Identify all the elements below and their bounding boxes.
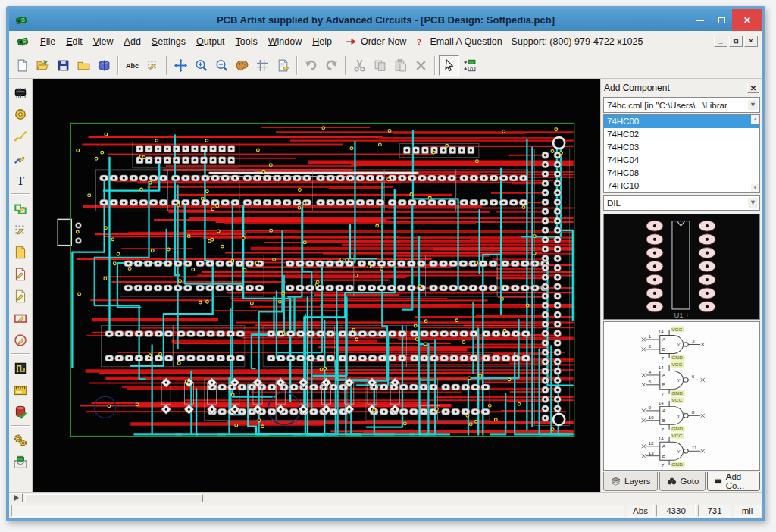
cut-button[interactable] (349, 55, 370, 76)
pan-view-button[interactable] (171, 55, 191, 76)
library-select[interactable]: 74hc.cml [in "C:\Users\...\Librar ▼ (603, 97, 760, 113)
board-wizard-button[interactable] (11, 380, 30, 400)
colors-palette-button[interactable] (232, 55, 252, 76)
tab-goto[interactable]: Goto (659, 472, 706, 491)
menu-file[interactable]: File (35, 33, 61, 50)
list-scrollbar[interactable]: ▲▼ (751, 115, 759, 192)
svg-text:9: 9 (648, 405, 651, 410)
mdi-close-button[interactable]: × (744, 36, 758, 47)
close-button[interactable]: ✕ (732, 9, 762, 31)
rect-draw-button[interactable] (11, 308, 30, 328)
new-file-button[interactable] (12, 55, 33, 76)
horizontal-scrollbar[interactable] (9, 492, 762, 503)
add-pad-button[interactable] (11, 105, 30, 124)
settings-gears-button[interactable] (11, 430, 30, 450)
component-item-74hc04[interactable]: 74HC04 (604, 154, 759, 167)
add-track-button[interactable] (11, 149, 30, 168)
chevron-down-icon[interactable]: ▼ (748, 100, 758, 110)
menu-edit[interactable]: Edit (61, 33, 88, 50)
mdi-minimize-button[interactable]: _ (714, 36, 728, 47)
select-cursor-button[interactable] (439, 55, 459, 76)
mdi-restore-button[interactable]: ⧉ (729, 36, 743, 47)
doc-new-button[interactable] (11, 243, 30, 262)
library-book-button[interactable] (94, 55, 114, 76)
net-highlight-button[interactable] (11, 358, 30, 378)
zoom-in-button[interactable] (191, 55, 211, 76)
main-toolbar: Abc (9, 52, 762, 79)
delete-button[interactable] (411, 55, 431, 76)
page-properties-button[interactable] (273, 55, 293, 76)
svg-text:B: B (662, 382, 665, 387)
redo-button[interactable] (321, 55, 342, 76)
tab-addco[interactable]: Add Co... (707, 472, 760, 491)
svg-text:2: 2 (648, 343, 651, 349)
component-item-74hc10[interactable]: 74HC10 (604, 180, 759, 192)
menu-settings[interactable]: Settings (146, 33, 191, 50)
pcb-logo-icon (15, 36, 30, 48)
menu-add[interactable]: Add (119, 33, 146, 50)
menu-help[interactable]: Help (307, 33, 337, 50)
component-item-74hc08[interactable]: 74HC08 (604, 167, 759, 180)
save-file-button[interactable] (53, 55, 74, 76)
svg-text:7: 7 (662, 463, 664, 468)
grid-toggle-button[interactable] (252, 55, 273, 76)
menu-window[interactable]: Window (263, 33, 307, 50)
mdi-window-controls: _ ⧉ × (714, 36, 759, 47)
doc-edit-red-button[interactable] (11, 264, 30, 284)
add-text-t-button[interactable]: T (11, 171, 30, 190)
component-push-button[interactable] (459, 55, 480, 76)
pcb-design-canvas[interactable] (33, 79, 600, 492)
minimize-button[interactable] (690, 9, 711, 31)
scroll-up-icon: ▲ (751, 115, 759, 124)
undo-button[interactable] (301, 55, 321, 76)
order-arrow-icon (345, 36, 357, 48)
window-title: PCB Artist supplied by Advanced Circuits… (100, 14, 671, 26)
component-item-74hc00[interactable]: 74HC00 (604, 115, 759, 128)
title-bar[interactable]: PCB Artist supplied by Advanced Circuits… (9, 9, 762, 31)
status-message-cell (11, 505, 624, 517)
scroll-down-icon: ▼ (751, 184, 759, 192)
svg-text:4: 4 (648, 369, 651, 374)
svg-text:7: 7 (662, 392, 664, 396)
tab-layers[interactable]: Layers (603, 472, 658, 491)
menu-view[interactable]: View (88, 33, 119, 50)
status-y-coordinate: 731 (698, 505, 731, 517)
package-select[interactable]: DIL ▼ (603, 195, 760, 211)
scroll-corner-button[interactable] (11, 493, 23, 502)
svg-text:B: B (662, 418, 665, 423)
svg-text:14: 14 (659, 401, 665, 405)
maximize-button[interactable] (711, 9, 732, 31)
menu-output[interactable]: Output (191, 33, 230, 50)
add-component-button[interactable] (11, 83, 30, 102)
zoom-out-button[interactable] (211, 55, 232, 76)
layers-icon (610, 476, 621, 487)
svg-text:T: T (17, 174, 24, 188)
add-text-button[interactable]: Abc (122, 55, 142, 76)
copy-button[interactable] (370, 55, 390, 76)
chevron-down-icon[interactable]: ▼ (748, 198, 758, 208)
component-item-74hc02[interactable]: 74HC02 (604, 128, 759, 141)
doc-edit-button[interactable] (11, 286, 30, 306)
component-item-74hc03[interactable]: 74HC03 (604, 141, 759, 154)
svg-text:VCC: VCC (671, 327, 683, 332)
paste-button[interactable] (390, 55, 411, 76)
design-grid-button[interactable] (142, 55, 163, 76)
menu-email-a-question[interactable]: ?Email A Question (414, 36, 502, 48)
add-wire-button[interactable] (11, 127, 30, 146)
svg-text:5: 5 (648, 379, 651, 384)
panel-close-icon[interactable]: ✕ (747, 83, 759, 93)
submit-order-button[interactable] (11, 452, 30, 472)
svg-text:7: 7 (662, 356, 664, 361)
grid-edit-button[interactable] (11, 221, 30, 240)
scrollbar-thumb[interactable] (25, 494, 203, 502)
svg-text:14: 14 (659, 330, 665, 334)
folder-button[interactable] (74, 55, 94, 76)
menu-order-now[interactable]: Order Now (345, 36, 406, 48)
open-file-button[interactable] (33, 55, 53, 76)
design-rule-check-button[interactable] (11, 402, 30, 422)
copper-pour-button[interactable] (11, 199, 30, 218)
circle-draw-button[interactable] (11, 330, 30, 350)
menu-tools[interactable]: Tools (230, 33, 263, 50)
menu-bar: FileEditViewAddSettingsOutputToolsWindow… (9, 31, 762, 52)
svg-text:VCC: VCC (671, 362, 683, 368)
